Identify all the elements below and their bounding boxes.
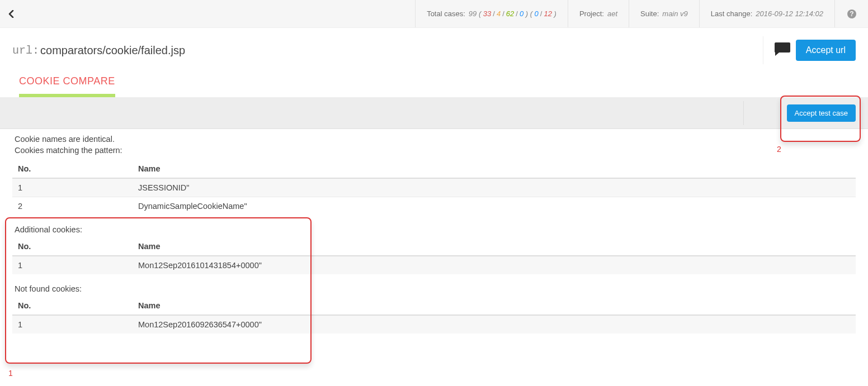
project-value: aet xyxy=(607,9,617,18)
lastchange-stat: Last change: 2016-09-12 12:14:02 xyxy=(699,0,834,27)
col-no-header: No. xyxy=(12,160,133,178)
cell-no: 1 xyxy=(12,256,133,274)
project-stat: Project: aet xyxy=(568,0,629,27)
results-content: Cookie names are identical. Cookies matc… xyxy=(0,129,868,366)
result-toolbar: Accept test case xyxy=(0,98,868,129)
table-row: 1 Mon12Sep2016101431854+0000" xyxy=(12,256,856,274)
url-bar: url: comparators/cookie/failed.jsp Accep… xyxy=(0,28,868,70)
cell-no: 2 xyxy=(12,197,133,215)
col-no-header: No. xyxy=(12,237,133,256)
count-warning: 4 xyxy=(497,9,501,18)
matching-cookies-table: No. Name 1 JSESSIONID" 2 DynamicSampleCo… xyxy=(12,160,856,215)
additional-cookies-label: Additional cookies: xyxy=(12,225,856,234)
cell-name: Mon12Sep2016092636547+0000" xyxy=(133,315,856,333)
suite-label: Suite: xyxy=(640,9,659,18)
count-passed: 62 xyxy=(506,9,514,18)
chevron-left-icon xyxy=(8,10,14,18)
help-button[interactable]: ? xyxy=(834,0,868,27)
status-line-1: Cookie names are identical. xyxy=(15,134,856,145)
svg-text:?: ? xyxy=(850,10,853,18)
notfound-cookies-label: Not found cookies: xyxy=(12,284,856,293)
count-accepted: 0 xyxy=(535,9,539,18)
col-name-header: Name xyxy=(133,237,856,256)
col-no-header: No. xyxy=(12,297,133,315)
cell-name: JSESSIONID" xyxy=(133,178,856,197)
suite-value: main v9 xyxy=(662,9,688,18)
col-name-header: Name xyxy=(133,297,856,315)
tab-cookie-compare[interactable]: COOKIE COMPARE xyxy=(19,75,115,97)
status-line-matching: Cookies matching the pattern: xyxy=(15,145,856,156)
lastchange-label: Last change: xyxy=(711,9,752,18)
col-name-header: Name xyxy=(133,160,856,178)
url-value: comparators/cookie/failed.jsp xyxy=(40,44,185,57)
url-label: url: xyxy=(12,44,39,57)
tabs: COOKIE COMPARE xyxy=(0,75,868,98)
help-icon: ? xyxy=(847,9,857,19)
count-failed2: 12 xyxy=(544,9,551,18)
suite-stat: Suite: main v9 xyxy=(629,0,699,27)
lastchange-value: 2016-09-12 12:14:02 xyxy=(756,9,823,18)
topbar: Total cases: 99 ( 33 / 4 / 62 / 0 ) ( 0 … xyxy=(0,0,868,28)
table-row: 1 Mon12Sep2016092636547+0000" xyxy=(12,315,856,333)
cell-name: Mon12Sep2016101431854+0000" xyxy=(133,256,856,274)
accept-test-case-button[interactable]: Accept test case xyxy=(787,104,856,122)
total-cases-stat: Total cases: 99 ( 33 / 4 / 62 / 0 ) ( 0 … xyxy=(415,0,568,27)
count-failed: 33 xyxy=(483,9,491,18)
additional-cookies-table: No. Name 1 Mon12Sep2016101431854+0000" xyxy=(12,237,856,274)
table-row: 1 JSESSIONID" xyxy=(12,178,856,197)
cell-no: 1 xyxy=(12,315,133,333)
count-rebased: 0 xyxy=(520,9,523,18)
accept-url-button[interactable]: Accept url xyxy=(796,40,856,61)
cell-no: 1 xyxy=(12,178,133,197)
table-row: 2 DynamicSampleCookieName" xyxy=(12,197,856,215)
project-label: Project: xyxy=(579,9,604,18)
cell-name: DynamicSampleCookieName" xyxy=(133,197,856,215)
total-cases-label: Total cases: xyxy=(427,9,465,18)
back-button[interactable] xyxy=(0,0,22,27)
notfound-cookies-table: No. Name 1 Mon12Sep2016092636547+0000" xyxy=(12,297,856,333)
total-cases-value: 99 xyxy=(469,9,477,18)
comment-icon[interactable] xyxy=(773,41,791,60)
annotation-label-2: 2 xyxy=(777,145,781,154)
